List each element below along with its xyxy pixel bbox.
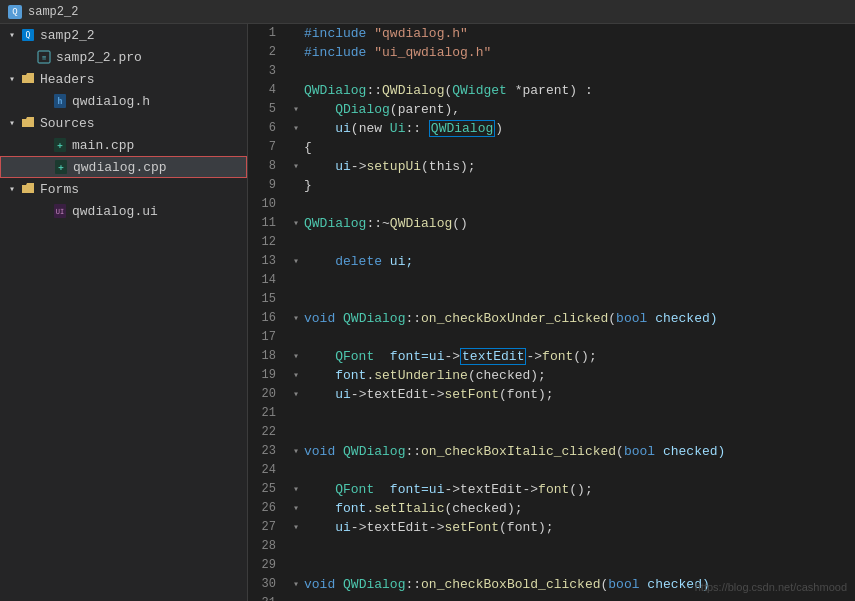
sidebar-item-project[interactable]: ▾Qsamp2_2 <box>0 24 247 46</box>
code-line: 12 <box>248 233 855 252</box>
line-number: 11 <box>248 214 288 233</box>
line-content <box>304 195 855 214</box>
file-tree: ▾Qsamp2_2≡samp2_2.pro▾Headershqwdialog.h… <box>0 24 248 601</box>
tree-item-label-qwdialog-ui: qwdialog.ui <box>72 204 158 219</box>
fold-arrow[interactable]: ▾ <box>288 100 304 119</box>
line-number: 21 <box>248 404 288 423</box>
tree-item-label-qwdialog-h: qwdialog.h <box>72 94 150 109</box>
svg-text:+: + <box>58 162 64 172</box>
code-line: 19▾ font.setUnderline(checked); <box>248 366 855 385</box>
line-content: #include "qwdialog.h" <box>304 24 855 43</box>
fold-arrow[interactable]: ▾ <box>288 214 304 233</box>
line-number: 27 <box>248 518 288 537</box>
fold-arrow[interactable]: ▾ <box>288 480 304 499</box>
tree-item-icon-qwdialog-ui: UI <box>52 203 68 219</box>
line-number: 30 <box>248 575 288 594</box>
code-editor[interactable]: 1#include "qwdialog.h"2#include "ui_qwdi… <box>248 24 855 601</box>
line-content <box>304 537 855 556</box>
fold-arrow[interactable]: ▾ <box>288 119 304 138</box>
fold-arrow[interactable]: ▾ <box>288 347 304 366</box>
fold-arrow[interactable]: ▾ <box>288 366 304 385</box>
line-number: 20 <box>248 385 288 404</box>
code-line: 7{ <box>248 138 855 157</box>
fold-arrow[interactable]: ▾ <box>288 385 304 404</box>
line-content: ui(new Ui:: QWDialog) <box>304 119 855 138</box>
line-content <box>304 594 855 601</box>
fold-arrow[interactable]: ▾ <box>288 575 304 594</box>
line-content <box>304 423 855 442</box>
line-number: 15 <box>248 290 288 309</box>
tree-item-icon-forms-folder <box>20 181 36 197</box>
line-number: 6 <box>248 119 288 138</box>
code-line: 11▾QWDialog::~QWDialog() <box>248 214 855 233</box>
tree-item-label-project: samp2_2 <box>40 28 95 43</box>
code-line: 3 <box>248 62 855 81</box>
code-line: 28 <box>248 537 855 556</box>
line-number: 5 <box>248 100 288 119</box>
code-line: 8▾ ui->setupUi(this); <box>248 157 855 176</box>
sidebar-item-qwdialog-cpp[interactable]: +qwdialog.cpp <box>0 156 247 178</box>
line-content: font.setUnderline(checked); <box>304 366 855 385</box>
line-number: 22 <box>248 423 288 442</box>
line-content: void QWDialog::on_checkBoxUnder_clicked(… <box>304 309 855 328</box>
sidebar-item-sources-folder[interactable]: ▾Sources <box>0 112 247 134</box>
code-line: 2#include "ui_qwdialog.h" <box>248 43 855 62</box>
code-line: 6▾ ui(new Ui:: QWDialog) <box>248 119 855 138</box>
tree-item-icon-pro-file: ≡ <box>36 49 52 65</box>
main-layout: ▾Qsamp2_2≡samp2_2.pro▾Headershqwdialog.h… <box>0 24 855 601</box>
code-line: 22 <box>248 423 855 442</box>
sidebar-item-forms-folder[interactable]: ▾Forms <box>0 178 247 200</box>
line-number: 29 <box>248 556 288 575</box>
sidebar-item-qwdialog-ui[interactable]: UIqwdialog.ui <box>0 200 247 222</box>
line-content: } <box>304 176 855 195</box>
sidebar-item-qwdialog-h[interactable]: hqwdialog.h <box>0 90 247 112</box>
fold-arrow[interactable]: ▾ <box>288 442 304 461</box>
tree-item-label-sources-folder: Sources <box>40 116 95 131</box>
line-number: 2 <box>248 43 288 62</box>
code-line: 5▾ QDialog(parent), <box>248 100 855 119</box>
line-content: ui->textEdit->setFont(font); <box>304 385 855 404</box>
line-number: 12 <box>248 233 288 252</box>
tree-arrow: ▾ <box>4 117 20 129</box>
line-number: 10 <box>248 195 288 214</box>
code-line: 4QWDialog::QWDialog(QWidget *parent) : <box>248 81 855 100</box>
tree-item-icon-project: Q <box>20 27 36 43</box>
fold-arrow[interactable]: ▾ <box>288 309 304 328</box>
code-line: 31 <box>248 594 855 601</box>
line-number: 4 <box>248 81 288 100</box>
sidebar-item-pro-file[interactable]: ≡samp2_2.pro <box>0 46 247 68</box>
fold-arrow[interactable]: ▾ <box>288 518 304 537</box>
line-number: 7 <box>248 138 288 157</box>
watermark: https://blog.csdn.net/cashmood <box>695 581 847 593</box>
line-content: QWDialog::~QWDialog() <box>304 214 855 233</box>
line-content: font.setItalic(checked); <box>304 499 855 518</box>
line-number: 31 <box>248 594 288 601</box>
code-line: 27▾ ui->textEdit->setFont(font); <box>248 518 855 537</box>
tree-item-label-pro-file: samp2_2.pro <box>56 50 142 65</box>
fold-arrow[interactable]: ▾ <box>288 157 304 176</box>
sidebar-item-headers-folder[interactable]: ▾Headers <box>0 68 247 90</box>
line-number: 16 <box>248 309 288 328</box>
tree-arrow: ▾ <box>4 29 20 41</box>
line-content: QFont font=ui->textEdit->font(); <box>304 480 855 499</box>
tree-item-label-main-cpp: main.cpp <box>72 138 134 153</box>
fold-arrow[interactable]: ▾ <box>288 252 304 271</box>
sidebar-item-main-cpp[interactable]: +main.cpp <box>0 134 247 156</box>
code-line: 1#include "qwdialog.h" <box>248 24 855 43</box>
fold-arrow[interactable]: ▾ <box>288 499 304 518</box>
code-line: 26▾ font.setItalic(checked); <box>248 499 855 518</box>
code-line: 9} <box>248 176 855 195</box>
code-line: 21 <box>248 404 855 423</box>
line-content <box>304 62 855 81</box>
line-number: 9 <box>248 176 288 195</box>
code-line: 29 <box>248 556 855 575</box>
line-number: 23 <box>248 442 288 461</box>
code-line: 25▾ QFont font=ui->textEdit->font(); <box>248 480 855 499</box>
line-number: 13 <box>248 252 288 271</box>
line-number: 17 <box>248 328 288 347</box>
code-line: 16▾void QWDialog::on_checkBoxUnder_click… <box>248 309 855 328</box>
svg-text:Q: Q <box>26 31 31 40</box>
line-number: 26 <box>248 499 288 518</box>
tree-item-label-headers-folder: Headers <box>40 72 95 87</box>
line-content <box>304 271 855 290</box>
